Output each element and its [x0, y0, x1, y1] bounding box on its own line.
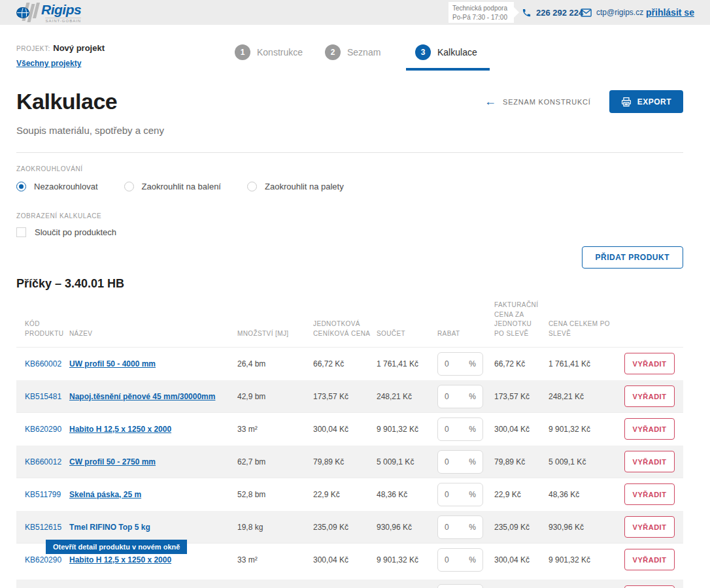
invoiced-unit-price-value: 66,72 Kč	[494, 359, 549, 368]
remove-product-button[interactable]: VYŘADIT	[624, 353, 675, 374]
construction-section-title: Příčky – 3.40.01 HB	[16, 277, 124, 291]
all-projects-link[interactable]: Všechny projekty	[16, 59, 81, 68]
project-label: PROJEKT:	[16, 45, 50, 52]
percent-sign: %	[469, 359, 476, 368]
export-button-label: EXPORT	[637, 97, 671, 106]
total-after-discount-value: 9 901,32 Kč	[549, 555, 624, 564]
product-name-link[interactable]: UW profil 50 - 4000 mm	[69, 359, 156, 368]
invoiced-unit-price-value: 300,04 Kč	[494, 555, 549, 564]
quantity-value: 26,4 bm	[237, 359, 313, 368]
total-after-discount-value: 9 901,32 Kč	[549, 425, 624, 434]
phone-icon	[522, 8, 532, 18]
unit-price-value: 22,9 Kč	[313, 490, 377, 499]
brand-subtitle: SAINT-GOBAIN	[45, 18, 81, 23]
product-name-link[interactable]: Skelná páska, 25 m	[69, 490, 141, 499]
product-name-link[interactable]: Habito H 12,5 x 1250 x 2000	[69, 425, 171, 434]
product-detail-tooltip: Otevřít detail produktu v novém okně	[46, 540, 187, 554]
quantity-value: 52,8 bm	[237, 490, 313, 499]
section-divider	[16, 152, 683, 153]
back-link-label: SEZNAM KONSTRUKCÍ	[503, 98, 591, 106]
top-bar: Rigips SAINT-GOBAIN Technická podpora Po…	[0, 0, 710, 25]
remove-product-button[interactable]: VYŘADIT	[624, 385, 675, 407]
percent-sign: %	[469, 490, 476, 499]
rabat-input[interactable]	[445, 523, 464, 532]
invoiced-unit-price-value: 173,57 Kč	[494, 392, 549, 401]
unit-price-value: 79,89 Kč	[313, 457, 377, 466]
rabat-input[interactable]	[445, 490, 464, 499]
rabat-input-box: %	[437, 450, 483, 474]
page-subtitle: Soupis materiálu, spotřeby a ceny	[16, 125, 164, 136]
radio-unselected-icon	[247, 182, 257, 191]
remove-product-button[interactable]: VYŘADIT	[624, 516, 675, 538]
table-header-row: KÓD PRODUKTU NÁZEV MNOŽSTVÍ [MJ] JEDNOTK…	[16, 297, 683, 347]
step-konstrukce[interactable]: 1 Konstrukce	[226, 44, 316, 71]
table-row: KB660002 UW profil 50 - 4000 mm 26,4 bm …	[16, 347, 683, 380]
step-seznam[interactable]: 2 Seznam	[316, 44, 406, 71]
export-button[interactable]: EXPORT	[609, 90, 683, 113]
remove-product-button[interactable]: VYŘADIT	[624, 451, 675, 472]
product-name-link[interactable]: Habito H 12,5 x 1250 x 2000	[69, 555, 171, 564]
globe-icon	[16, 7, 29, 18]
col-header-unit-price: JEDNOTKOVÁ CENÍKOVÁ CENA	[313, 319, 377, 338]
radio-zaokrouhlit-na-baleni[interactable]: Zaokrouhlit na balení	[124, 182, 221, 191]
back-to-constructions-link[interactable]: ← SEZNAM KONSTRUKCÍ	[484, 95, 591, 108]
add-product-button[interactable]: PŘIDAT PRODUKT	[582, 246, 683, 269]
total-after-discount-value: 48,36 Kč	[549, 490, 624, 499]
rabat-input[interactable]	[445, 392, 464, 401]
rabat-input[interactable]	[445, 457, 464, 466]
phone-contact[interactable]: 226 292 224	[522, 0, 583, 25]
sum-value: 5 009,1 Kč	[377, 457, 437, 466]
step-2-circle: 2	[325, 44, 341, 60]
rabat-input-partial[interactable]	[437, 584, 483, 588]
phone-number: 226 292 224	[536, 8, 583, 18]
rounding-options: ZAOKROUHLOVÁNÍ Nezaokrouhlovat Zaokrouhl…	[16, 165, 344, 191]
percent-sign: %	[469, 425, 476, 434]
product-code: KB511799	[25, 490, 69, 499]
unit-price-value: 300,04 Kč	[313, 425, 377, 434]
support-line1: Technická podpora	[452, 4, 510, 13]
product-code: KB620290	[25, 425, 69, 434]
invoiced-unit-price-value: 22,9 Kč	[494, 490, 549, 499]
table-row: KB660012 CW profil 50 - 2750 mm 62,7 bm …	[16, 445, 683, 478]
quantity-value: 62,7 bm	[237, 457, 313, 466]
display-options-label: ZOBRAZENÍ KALKULACE	[16, 212, 116, 220]
col-header-name: NÁZEV	[69, 329, 237, 339]
step-2-label: Seznam	[347, 47, 380, 57]
rigips-logo[interactable]: Rigips SAINT-GOBAIN	[16, 3, 81, 23]
product-code: KB620290	[25, 555, 69, 564]
rabat-input[interactable]	[445, 425, 464, 434]
radio-nezaokrouhlovat[interactable]: Nezaokrouhlovat	[16, 182, 98, 191]
sum-value: 248,21 Kč	[377, 392, 437, 401]
remove-product-button[interactable]: VYŘADIT	[624, 483, 675, 505]
support-hours-box: Technická podpora Po-Pá 7:30 - 17:00	[448, 2, 514, 23]
rabat-input-box: %	[437, 515, 483, 539]
step-kalkulace[interactable]: 3 Kalkulace	[406, 44, 496, 71]
rabat-input-box: %	[437, 417, 483, 441]
product-name-link[interactable]: Napoj.těsnění pěnové 45 mm/30000mm	[69, 392, 215, 401]
table-row: KB620290 Habito H 12,5 x 1250 x 2000 33 …	[16, 412, 683, 445]
rabat-input[interactable]	[445, 555, 464, 564]
merge-products-checkbox[interactable]: Sloučit po produktech	[16, 227, 116, 237]
invoiced-unit-price-value: 235,09 Kč	[494, 523, 549, 532]
col-header-invoiced-unit: FAKTURAČNÍ CENA ZA JEDNOTKU PO SLEVĚ	[494, 301, 549, 338]
unit-price-value: 173,57 Kč	[313, 392, 377, 401]
rabat-input[interactable]	[445, 359, 464, 368]
rabat-input-box: %	[437, 548, 483, 572]
arrow-left-icon: ←	[484, 95, 496, 108]
remove-product-button[interactable]: VYŘADIT	[624, 418, 675, 440]
step-3-circle: 3	[415, 44, 431, 60]
sum-value: 9 901,32 Kč	[377, 555, 437, 564]
table-row: KB515481 Napoj.těsnění pěnové 45 mm/3000…	[16, 380, 683, 412]
product-code: KB512615	[25, 523, 69, 532]
total-after-discount-value: 930,96 Kč	[549, 523, 624, 532]
remove-product-button[interactable]: VYŘADIT	[624, 549, 675, 570]
product-name-link[interactable]: CW profil 50 - 2750 mm	[69, 457, 156, 466]
remove-button-partial[interactable]	[624, 585, 675, 588]
radio-zaokrouhlit-na-palety[interactable]: Zaokrouhlit na palety	[247, 182, 344, 191]
email-contact[interactable]: ctp@rigips.cz	[581, 0, 643, 25]
login-link[interactable]: přihlásit se	[646, 0, 694, 25]
product-code: KB515481	[25, 392, 69, 401]
unit-price-value: 66,72 Kč	[313, 359, 377, 368]
product-code: KB660002	[25, 359, 69, 368]
product-name-link[interactable]: Tmel RIFINO Top 5 kg	[69, 523, 150, 532]
